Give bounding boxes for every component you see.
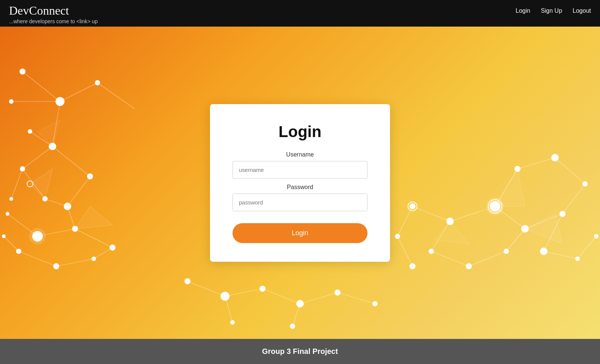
svg-line-39	[398, 236, 412, 266]
svg-point-56	[64, 203, 71, 210]
svg-point-76	[582, 181, 588, 186]
svg-point-57	[9, 99, 14, 104]
svg-point-59	[9, 197, 13, 201]
svg-point-72	[446, 218, 454, 225]
footer-text: Group 3 Final Project	[262, 347, 338, 355]
svg-line-6	[11, 169, 22, 199]
svg-point-82	[540, 248, 548, 255]
nav-signup[interactable]: Sign Up	[541, 7, 562, 14]
svg-line-38	[398, 206, 412, 236]
svg-point-97	[29, 228, 46, 245]
login-title: Login	[279, 123, 321, 141]
login-button[interactable]: Login	[232, 223, 368, 243]
svg-line-7	[98, 83, 135, 109]
svg-line-0	[22, 72, 60, 101]
svg-point-75	[560, 211, 566, 217]
svg-point-86	[410, 263, 416, 269]
svg-point-51	[56, 97, 64, 106]
svg-line-45	[262, 289, 300, 304]
svg-point-92	[296, 300, 304, 307]
svg-point-95	[230, 320, 235, 325]
svg-line-5	[68, 176, 90, 206]
svg-line-44	[225, 289, 262, 296]
svg-point-94	[372, 301, 378, 306]
svg-line-30	[555, 158, 585, 184]
svg-point-55	[87, 173, 93, 179]
svg-point-89	[184, 278, 190, 284]
site-footer: Group 3 Final Project	[0, 339, 600, 364]
svg-marker-21	[75, 206, 112, 229]
password-label: Password	[232, 184, 368, 191]
svg-line-3	[22, 146, 52, 169]
svg-line-29	[518, 158, 555, 169]
svg-line-33	[469, 251, 506, 266]
svg-point-65	[16, 249, 21, 254]
password-field-group: Password	[232, 184, 368, 211]
svg-line-4	[52, 146, 90, 176]
svg-point-85	[395, 234, 400, 239]
svg-line-36	[544, 251, 578, 259]
svg-point-78	[551, 154, 559, 161]
svg-point-83	[575, 257, 580, 261]
svg-line-17	[56, 259, 94, 266]
svg-line-1	[60, 83, 98, 101]
svg-point-64	[6, 212, 9, 216]
svg-line-32	[431, 251, 469, 266]
svg-point-90	[220, 292, 230, 301]
svg-point-53	[49, 143, 56, 150]
svg-line-18	[94, 248, 112, 259]
svg-point-98	[486, 197, 504, 215]
svg-point-67	[92, 257, 96, 261]
svg-point-62	[110, 245, 116, 251]
nav-login[interactable]: Login	[516, 7, 530, 14]
site-logo: DevConnect	[9, 4, 69, 18]
site-tagline: ...where developers come to <link> up	[9, 18, 591, 24]
svg-line-19	[4, 236, 19, 251]
svg-point-93	[334, 289, 340, 295]
svg-marker-41	[525, 214, 562, 244]
svg-point-63	[42, 196, 48, 201]
svg-point-77	[514, 166, 520, 172]
svg-point-68	[2, 234, 6, 238]
username-field-group: Username	[232, 151, 368, 179]
svg-point-80	[466, 263, 472, 269]
svg-line-16	[19, 251, 56, 266]
username-input[interactable]	[232, 161, 368, 179]
login-card: Login Username Password Login	[210, 104, 390, 262]
username-label: Username	[232, 151, 368, 158]
svg-point-66	[53, 263, 59, 269]
svg-point-91	[260, 286, 266, 292]
hero-section: Login Username Password Login	[0, 27, 600, 339]
svg-point-81	[504, 249, 509, 254]
svg-point-50	[20, 69, 26, 75]
svg-point-96	[290, 324, 295, 329]
main-nav: Login Sign Up Logout	[516, 7, 591, 14]
password-input[interactable]	[232, 194, 368, 211]
svg-line-43	[188, 281, 225, 296]
svg-point-58	[28, 129, 32, 134]
svg-point-52	[95, 80, 100, 85]
svg-point-54	[20, 166, 25, 172]
svg-line-47	[338, 292, 375, 304]
svg-point-74	[521, 225, 529, 233]
svg-line-27	[562, 184, 585, 214]
svg-line-12	[75, 229, 112, 248]
svg-point-71	[410, 203, 416, 209]
svg-line-46	[300, 292, 338, 304]
svg-line-34	[506, 229, 525, 251]
svg-point-84	[594, 234, 598, 239]
svg-marker-22	[38, 120, 60, 146]
svg-line-23	[412, 206, 450, 221]
site-header: DevConnect Login Sign Up Logout ...where…	[0, 0, 600, 27]
nav-logout[interactable]: Logout	[573, 7, 591, 14]
svg-line-37	[578, 236, 596, 259]
svg-marker-42	[435, 221, 469, 244]
svg-point-79	[429, 249, 434, 254]
svg-point-70	[74, 227, 76, 230]
